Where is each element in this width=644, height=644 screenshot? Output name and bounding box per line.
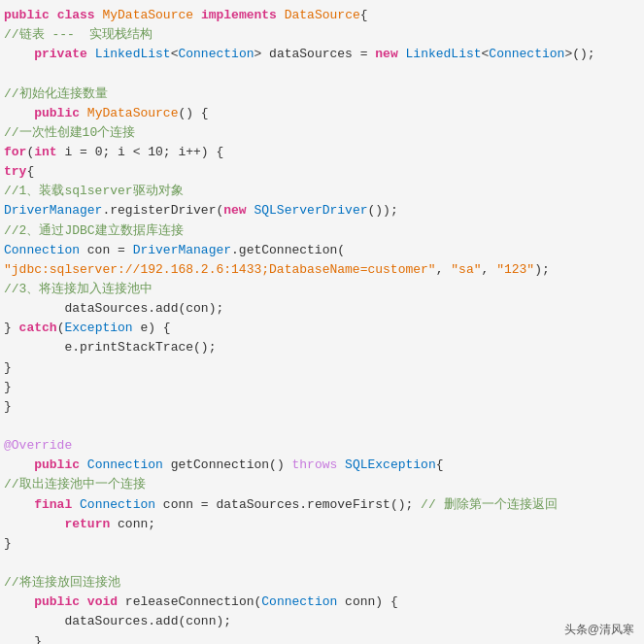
code-line: for(int i = 0; i < 10; i++) { [4, 143, 640, 162]
code-line: DriverManager.registerDriver(new SQLServ… [4, 201, 640, 220]
code-line: } [4, 397, 640, 417]
code-line: @Override [4, 436, 640, 456]
code-line: } [4, 378, 640, 397]
code-line: e.printStackTrace(); [4, 338, 640, 357]
code-line: private LinkedList<Connection> dataSourc… [4, 45, 640, 64]
code-container: public class MyDataSource implements Dat… [0, 0, 644, 644]
code-line: //3、将连接加入连接池中 [4, 280, 640, 299]
code-line: return conn; [4, 515, 640, 534]
code-line: Connection con = DriverManager.getConnec… [4, 241, 640, 260]
code-line: //初始化连接数量 [4, 85, 640, 104]
code-line: //将连接放回连接池 [4, 573, 640, 593]
code-line: public Connection getConnection() throws… [4, 456, 640, 475]
code-line [4, 64, 640, 84]
code-line: //1、装载sqlserver驱动对象 [4, 182, 640, 201]
code-line: dataSources.add(con); [4, 299, 640, 319]
code-line: "jdbc:sqlserver://192.168.2.6:1433;Datab… [4, 260, 640, 280]
code-line: } [4, 632, 640, 645]
code-line [4, 554, 640, 573]
code-line: //2、通过JDBC建立数据库连接 [4, 221, 640, 241]
code-line: dataSources.add(conn); [4, 612, 640, 631]
code-line: try{ [4, 162, 640, 182]
code-line: //链表 --- 实现栈结构 [4, 25, 640, 45]
code-line: public void releaseConnection(Connection… [4, 593, 640, 612]
code-line: } [4, 534, 640, 554]
code-line: //一次性创建10个连接 [4, 123, 640, 143]
code-line: public MyDataSource() { [4, 104, 640, 123]
code-line: } [4, 358, 640, 378]
code-line: final Connection conn = dataSources.remo… [4, 495, 640, 515]
code-line: //取出连接池中一个连接 [4, 475, 640, 494]
code-line [4, 417, 640, 436]
code-line: } catch(Exception e) { [4, 319, 640, 338]
brand-watermark: 头条@清风寒 [564, 622, 634, 638]
code-line: public class MyDataSource implements Dat… [4, 6, 640, 25]
